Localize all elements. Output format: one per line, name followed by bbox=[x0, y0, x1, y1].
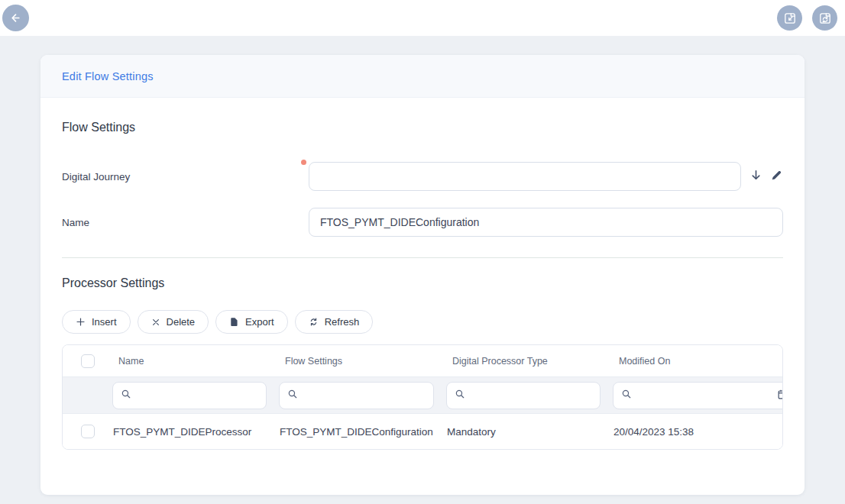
filter-input-name[interactable] bbox=[137, 389, 258, 401]
card-body: Flow Settings Digital Journey bbox=[40, 98, 805, 450]
column-header-modified-on[interactable]: Modified On bbox=[613, 356, 782, 367]
topbar-actions bbox=[777, 5, 840, 31]
floppy-refresh-icon bbox=[818, 11, 832, 25]
edit-journey-button[interactable] bbox=[770, 169, 783, 184]
column-header-name[interactable]: Name bbox=[112, 356, 279, 367]
floppy-arrow-icon bbox=[783, 11, 797, 25]
flow-settings-section-title: Flow Settings bbox=[62, 121, 783, 134]
table-header-row: Name Flow Settings Digital Processor Typ… bbox=[63, 345, 782, 377]
processor-table: Name Flow Settings Digital Processor Typ… bbox=[62, 344, 783, 450]
save-and-reload-button[interactable] bbox=[812, 5, 837, 31]
delete-button[interactable]: Delete bbox=[138, 310, 209, 334]
section-divider bbox=[62, 257, 783, 258]
calendar-icon bbox=[777, 389, 783, 402]
search-icon bbox=[121, 389, 131, 402]
digital-journey-row: Digital Journey bbox=[62, 162, 783, 191]
required-indicator bbox=[301, 160, 306, 165]
date-picker-button[interactable] bbox=[777, 389, 783, 402]
arrow-down-icon bbox=[749, 168, 763, 185]
processor-toolbar: Insert Delete Export bbox=[62, 310, 783, 334]
topbar bbox=[0, 0, 845, 36]
digital-journey-label: Digital Journey bbox=[62, 171, 309, 183]
name-input[interactable] bbox=[309, 208, 783, 237]
document-icon bbox=[229, 317, 239, 327]
column-header-digital-processor-type[interactable]: Digital Processor Type bbox=[446, 356, 613, 367]
card-title: Edit Flow Settings bbox=[62, 70, 154, 82]
cell-name: FTOS_PYMT_DIDEProcessor bbox=[112, 426, 279, 438]
refresh-icon bbox=[309, 317, 319, 327]
name-row: Name bbox=[62, 208, 783, 237]
search-icon bbox=[287, 389, 298, 402]
insert-button[interactable]: Insert bbox=[62, 310, 131, 334]
select-all-checkbox[interactable] bbox=[81, 354, 95, 368]
filter-input-modified-on[interactable] bbox=[637, 389, 772, 401]
digital-journey-input[interactable] bbox=[309, 162, 741, 191]
pencil-icon bbox=[770, 169, 783, 184]
edit-flow-settings-card: Edit Flow Settings Flow Settings Digital… bbox=[40, 55, 805, 495]
save-and-close-button[interactable] bbox=[777, 5, 802, 31]
cell-flow-settings: FTOS_PYMT_DIDEConfiguration bbox=[279, 426, 446, 438]
export-button[interactable]: Export bbox=[215, 310, 288, 334]
name-label: Name bbox=[62, 217, 309, 228]
refresh-button[interactable]: Refresh bbox=[295, 310, 374, 334]
table-filter-row bbox=[63, 377, 782, 414]
processor-settings-section-title: Processor Settings bbox=[62, 276, 783, 290]
card-header: Edit Flow Settings bbox=[40, 55, 805, 98]
cell-modified-on: 20/04/2023 15:38 bbox=[613, 426, 782, 438]
x-icon bbox=[151, 318, 160, 327]
dropdown-arrow-button[interactable] bbox=[749, 168, 763, 185]
back-button[interactable] bbox=[2, 5, 29, 31]
cell-digital-processor-type: Mandatory bbox=[446, 426, 613, 438]
plus-icon bbox=[76, 317, 86, 327]
filter-input-flow-settings[interactable] bbox=[303, 389, 426, 401]
arrow-left-icon bbox=[8, 11, 23, 25]
search-icon bbox=[455, 389, 465, 402]
table-row[interactable]: FTOS_PYMT_DIDEProcessor FTOS_PYMT_DIDECo… bbox=[63, 414, 782, 449]
filter-input-digital-processor-type[interactable] bbox=[471, 389, 592, 401]
row-checkbox[interactable] bbox=[81, 425, 95, 438]
search-icon bbox=[621, 389, 632, 402]
column-header-flow-settings[interactable]: Flow Settings bbox=[279, 356, 446, 367]
